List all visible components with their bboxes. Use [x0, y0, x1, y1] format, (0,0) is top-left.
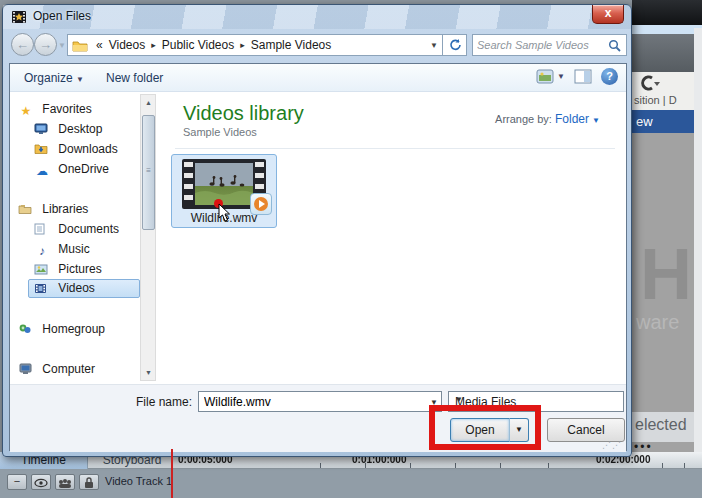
help-button[interactable]: ?: [601, 68, 618, 85]
library-title: Videos library: [183, 102, 304, 125]
mouse-cursor: [218, 203, 232, 223]
search-box[interactable]: [472, 34, 627, 56]
screen: sition | D ew H ware elected ••• Timelin…: [0, 0, 702, 498]
chevron-down-icon: ▼: [592, 116, 600, 125]
background-timeline-area: Timeline Storyboard 0:00:05:000 0:01:00:…: [0, 452, 702, 498]
desktop-icon: [34, 123, 50, 135]
file-name-combobox[interactable]: ▼: [198, 391, 442, 412]
ruler-tick: [410, 463, 411, 468]
arrange-by-control[interactable]: Arrange by: Folder ▼: [495, 112, 600, 126]
background-preview-panel: H ware: [632, 133, 702, 412]
star-icon: ★: [18, 102, 34, 121]
chevron-down-icon[interactable]: ▼: [455, 395, 620, 404]
track-visibility-eye-button[interactable]: [31, 474, 51, 490]
track-lock-button[interactable]: [79, 474, 99, 490]
watermark-word: ware: [636, 311, 679, 334]
sidebar-item-pictures[interactable]: Pictures: [10, 260, 140, 279]
computer-icon: [18, 363, 34, 375]
ruler-tick: [320, 463, 321, 468]
ribbon-tab-partial: sition | D: [634, 94, 677, 106]
filmstrip-holes: [184, 162, 193, 206]
history-dropdown-icon[interactable]: ▼: [58, 41, 66, 50]
search-input[interactable]: [477, 36, 603, 54]
ribbon-partial-icon: [638, 75, 660, 91]
ruler-tick: [455, 463, 456, 468]
video-track-row: − Video Track 1: [0, 469, 702, 498]
background-app-right-panel: sition | D ew H ware elected •••: [632, 0, 702, 455]
background-right-edge: [694, 28, 702, 455]
ruler-tick: [662, 463, 663, 468]
change-view-button[interactable]: ▼: [536, 69, 565, 84]
dialog-title: Open Files: [33, 9, 91, 23]
scrollbar-thumb[interactable]: ≡: [142, 115, 155, 230]
sidebar-item-computer[interactable]: Computer: [10, 360, 140, 379]
status-text-partial: elected: [635, 416, 687, 434]
cancel-button[interactable]: Cancel: [547, 418, 625, 442]
command-toolbar: Organize ▼ New folder ▼ ?: [10, 64, 626, 92]
onedrive-cloud-icon: ☁: [34, 162, 50, 181]
header-divider: [175, 148, 615, 149]
watermark-letter: H: [640, 233, 692, 315]
back-button[interactable]: ←: [11, 33, 34, 56]
background-status-area: elected: [632, 412, 702, 442]
file-name-field-label: File name:: [130, 395, 192, 409]
sidebar-item-desktop[interactable]: Desktop: [10, 120, 140, 139]
ruler-tick: [500, 463, 501, 468]
preview-pane-button[interactable]: [574, 69, 592, 84]
timeline-playhead[interactable]: [171, 449, 173, 498]
sidebar-item-music[interactable]: ♪ Music: [10, 240, 140, 259]
sidebar-item-onedrive[interactable]: ☁ OneDrive: [10, 160, 140, 179]
downloads-icon: [34, 143, 50, 155]
breadcrumb-separator-icon[interactable]: ▸: [240, 40, 245, 50]
search-icon[interactable]: [608, 39, 621, 52]
background-ribbon: sition | D: [632, 72, 702, 110]
file-item-wildlife[interactable]: Wildlife.wmv: [171, 154, 277, 228]
sidebar-item-documents[interactable]: Documents: [10, 220, 140, 239]
music-note-icon: ♪: [34, 242, 50, 261]
sidebar-scrollbar[interactable]: ▲ ≡ ▼: [140, 94, 156, 381]
track-mixer-button[interactable]: [55, 474, 75, 490]
sidebar-item-downloads[interactable]: Downloads: [10, 140, 140, 159]
video-thumbnail-filmstrip: [182, 159, 266, 209]
ruler-tick: [548, 463, 549, 468]
close-button[interactable]: x: [592, 5, 624, 24]
open-files-dialog: Open Files x ← → ▼ « Videos ▸ Public Vid…: [2, 4, 632, 457]
dialog-client-area: Organize ▼ New folder ▼ ?: [9, 63, 627, 451]
breadcrumb-item-public-videos[interactable]: Public Videos: [162, 38, 235, 52]
file-browser-body: ★ Favorites Desktop Downloads: [10, 92, 626, 384]
chevron-down-icon: ▼: [557, 72, 565, 81]
thumbnail-image: [195, 163, 253, 205]
homegroup-icon: [18, 323, 34, 335]
organize-button[interactable]: Organize ▼: [24, 71, 84, 85]
navigation-pane: ★ Favorites Desktop Downloads: [10, 92, 140, 384]
background-dark-strip: [632, 0, 702, 25]
background-selected-row: ew: [632, 110, 702, 133]
breadcrumb-separator-icon[interactable]: ▸: [151, 40, 156, 50]
collapse-track-button[interactable]: −: [7, 474, 27, 490]
new-folder-button[interactable]: New folder: [106, 71, 163, 85]
refresh-button[interactable]: [443, 34, 467, 56]
navigation-bar: ← → ▼ « Videos ▸ Public Videos ▸ Sample …: [3, 29, 631, 63]
file-list-area: Videos library Sample Videos Arrange by:…: [157, 92, 628, 384]
sidebar-group-favorites[interactable]: ★ Favorites: [10, 100, 140, 119]
film-icon: [34, 283, 50, 294]
address-dropdown-icon[interactable]: ▼: [430, 41, 438, 50]
document-icon: [34, 223, 50, 235]
background-light-strip: [632, 25, 702, 34]
sidebar-group-libraries[interactable]: Libraries: [10, 200, 140, 219]
folder-icon: [72, 39, 88, 52]
sidebar-item-videos[interactable]: Videos: [10, 279, 140, 298]
dialog-title-bar[interactable]: Open Files x: [3, 5, 631, 29]
chevron-down-icon: ▼: [76, 75, 84, 84]
breadcrumb-item-videos[interactable]: Videos: [109, 38, 145, 52]
breadcrumb[interactable]: « Videos ▸ Public Videos ▸ Sample Videos…: [67, 34, 443, 56]
sidebar-item-homegroup[interactable]: Homegroup: [10, 320, 140, 339]
scroll-down-icon[interactable]: ▼: [142, 366, 155, 379]
forward-button[interactable]: →: [34, 33, 57, 56]
scroll-up-icon[interactable]: ▲: [142, 96, 155, 109]
breadcrumb-overflow[interactable]: «: [96, 38, 103, 52]
breadcrumb-item-sample-videos[interactable]: Sample Videos: [251, 38, 332, 52]
library-subtitle: Sample Videos: [183, 126, 257, 138]
file-name-input[interactable]: [204, 393, 414, 410]
resize-grip[interactable]: ⋰⋰: [602, 440, 622, 450]
